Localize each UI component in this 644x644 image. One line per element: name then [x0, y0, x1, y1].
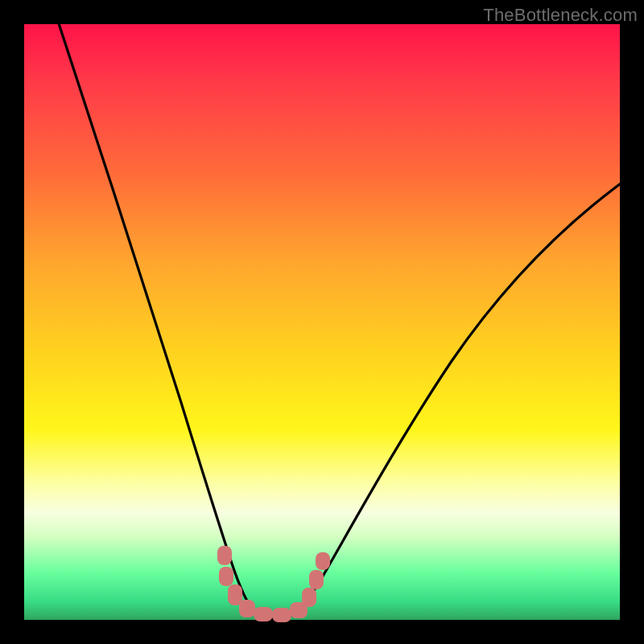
floor-markers-group: [217, 546, 330, 622]
curve-layer: [24, 24, 620, 620]
marker: [239, 600, 255, 617]
chart-frame: TheBottleneck.com: [0, 0, 644, 644]
marker: [254, 607, 273, 621]
marker: [217, 546, 232, 565]
marker: [302, 588, 316, 607]
watermark-text: TheBottleneck.com: [483, 5, 638, 26]
marker: [219, 567, 233, 586]
curve-right-branch: [282, 181, 624, 619]
curve-left-branch: [56, 16, 259, 618]
marker: [316, 552, 330, 570]
marker: [309, 570, 324, 589]
marker: [272, 608, 291, 622]
marker: [228, 584, 242, 605]
plot-area: [24, 24, 620, 620]
